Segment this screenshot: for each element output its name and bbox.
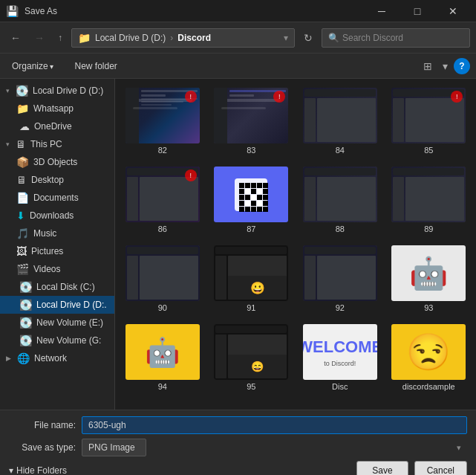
file-item-87[interactable]: 87 <box>210 164 293 236</box>
new-folder-button[interactable]: New folder <box>68 59 123 74</box>
sidebar-label: This PC <box>30 139 62 149</box>
bottom-bar: File name: Save as type: PNG Image JPEG … <box>0 410 476 475</box>
search-box[interactable]: 🔍 <box>322 28 470 48</box>
back-button[interactable]: ← <box>6 29 25 47</box>
view-more-button[interactable]: ▾ <box>438 58 452 74</box>
sidebar-item-whatsapp[interactable]: 📁 Whatsapp <box>0 100 114 117</box>
savetype-select-wrapper: PNG Image JPEG Image BMP Image GIF Image <box>82 439 467 456</box>
sidebar-item-downloads[interactable]: ⬇ Downloads <box>0 207 114 224</box>
savetype-row: Save as type: PNG Image JPEG Image BMP I… <box>9 439 467 456</box>
bottom-actions: ▾ Hide Folders Save Cancel <box>9 461 467 475</box>
breadcrumb-sep: › <box>170 33 173 43</box>
organize-toolbar: Organize New folder ⊞ ▾ ? <box>0 54 476 79</box>
file-item-85[interactable]: ! 85 <box>388 85 471 158</box>
organize-button[interactable]: Organize <box>6 59 59 74</box>
desktop-icon: 🖥 <box>16 174 27 186</box>
search-input[interactable] <box>342 33 463 43</box>
disk-icon: 💽 <box>19 335 32 346</box>
expand-icon: ▶ <box>6 355 11 362</box>
file-label-88: 88 <box>336 224 345 233</box>
file-thumb-87 <box>214 167 288 222</box>
sidebar-item-onedrive[interactable]: ☁ OneDrive <box>0 117 114 135</box>
file-thumb-91: 😀 <box>214 245 288 301</box>
file-item-discordsample[interactable]: 😒 discordsample <box>388 321 471 394</box>
file-item-disc[interactable]: WELCOME to Discord! Disc <box>299 321 382 394</box>
title-bar-left: 💾 Save As <box>6 5 57 17</box>
save-button[interactable]: Save <box>356 461 408 475</box>
sidebar: ▾ 💽 Local Drive D (D:) 📁 Whatsapp ☁ OneD… <box>0 79 115 410</box>
file-item-95[interactable]: 😄 95 <box>210 321 293 394</box>
sidebar-item-local-disk-c[interactable]: 💽 Local Disk (C:) <box>0 278 114 296</box>
refresh-button[interactable]: ↻ <box>299 29 317 47</box>
address-bar[interactable]: 📁 Local Drive D (D:) › Discord ▾ <box>71 28 295 48</box>
file-thumb-84 <box>303 88 377 143</box>
file-item-94[interactable]: 🤖 94 <box>121 321 204 394</box>
minimize-button[interactable]: ─ <box>365 0 399 22</box>
chevron-down-icon: ▾ <box>9 465 13 475</box>
window-icon: 💾 <box>6 5 19 17</box>
sidebar-item-documents[interactable]: 📄 Documents <box>0 189 114 207</box>
sidebar-item-new-volume-g[interactable]: 💽 New Volume (G: <box>0 332 114 349</box>
file-item-84[interactable]: 84 <box>299 85 382 158</box>
file-item-86[interactable]: ! 86 <box>121 164 204 236</box>
filename-input[interactable] <box>82 416 467 434</box>
file-item-82[interactable]: ! 82 <box>121 85 204 158</box>
sidebar-label: Downloads <box>30 210 74 221</box>
file-item-89[interactable]: 89 <box>388 164 471 236</box>
sidebar-item-videos[interactable]: 🎬 Videos <box>0 260 114 278</box>
sidebar-label: 3D Objects <box>33 157 77 167</box>
sidebar-item-local-drive-d[interactable]: ▾ 💽 Local Drive D (D:) <box>0 82 114 100</box>
sidebar-item-this-pc[interactable]: ▾ 🖥 This PC <box>0 135 114 153</box>
hide-folders-button[interactable]: ▾ Hide Folders <box>9 465 67 475</box>
sidebar-label: Whatsapp <box>33 103 74 114</box>
file-thumb-86: ! <box>125 167 200 222</box>
file-thumb-disc: WELCOME to Discord! <box>303 324 377 380</box>
music-icon: 🎵 <box>16 227 29 239</box>
sidebar-item-desktop[interactable]: 🖥 Desktop <box>0 171 114 189</box>
sidebar-item-pictures[interactable]: 🖼 Pictures <box>0 242 114 260</box>
sidebar-label: Music <box>33 228 56 239</box>
sidebar-item-network[interactable]: ▶ 🌐 Network <box>0 349 114 367</box>
file-item-92[interactable]: 92 <box>299 242 382 315</box>
view-toggle-button[interactable]: ⊞ <box>419 58 437 74</box>
disk-icon: 💽 <box>19 299 32 311</box>
file-thumb-93: 🤖 <box>391 245 466 301</box>
file-thumb-85: ! <box>391 88 466 143</box>
folder-icon: 📁 <box>16 103 29 114</box>
file-label-disc: Disc <box>332 382 348 391</box>
up-button[interactable]: ↑ <box>53 30 67 46</box>
file-label-83: 83 <box>247 146 255 155</box>
file-label-90: 90 <box>158 303 167 312</box>
help-button[interactable]: ? <box>454 58 470 74</box>
file-label-94: 94 <box>158 382 167 391</box>
sidebar-item-3d-objects[interactable]: 📦 3D Objects <box>0 153 114 171</box>
sidebar-item-new-volume-e[interactable]: 💽 New Volume (E:) <box>0 314 114 332</box>
file-grid-wrapper: ! 82 ! 83 <box>115 79 476 410</box>
cancel-button[interactable]: Cancel <box>414 461 467 475</box>
network-icon: 🌐 <box>17 352 30 364</box>
close-button[interactable]: ✕ <box>436 0 470 22</box>
sidebar-item-music[interactable]: 🎵 Music <box>0 224 114 242</box>
file-label-93: 93 <box>424 303 433 312</box>
file-item-93[interactable]: 🤖 93 <box>388 242 471 315</box>
forward-button[interactable]: → <box>30 29 49 47</box>
expand-icon: ▾ <box>6 140 10 148</box>
file-item-91[interactable]: 😀 91 <box>210 242 293 315</box>
view-buttons: ⊞ ▾ ? <box>419 58 470 74</box>
filename-label: File name: <box>9 420 76 430</box>
file-item-90[interactable]: 90 <box>121 242 204 315</box>
file-label-84: 84 <box>336 146 345 155</box>
file-item-83[interactable]: ! 83 <box>210 85 293 158</box>
computer-icon: 🖥 <box>16 138 26 150</box>
file-thumb-discordsample: 😒 <box>391 324 466 380</box>
file-thumb-90 <box>125 245 200 301</box>
sidebar-label: New Volume (G: <box>36 335 101 346</box>
3d-icon: 📦 <box>16 156 29 168</box>
maximize-button[interactable]: □ <box>400 0 434 22</box>
breadcrumb-current: Discord <box>177 33 211 43</box>
savetype-select[interactable]: PNG Image JPEG Image BMP Image GIF Image <box>82 439 146 456</box>
filename-row: File name: <box>9 416 467 434</box>
sidebar-item-local-drive-d2[interactable]: 💽 Local Drive D (D:. <box>0 296 114 314</box>
disk-icon: 💽 <box>19 281 32 293</box>
file-item-88[interactable]: 88 <box>299 164 382 236</box>
